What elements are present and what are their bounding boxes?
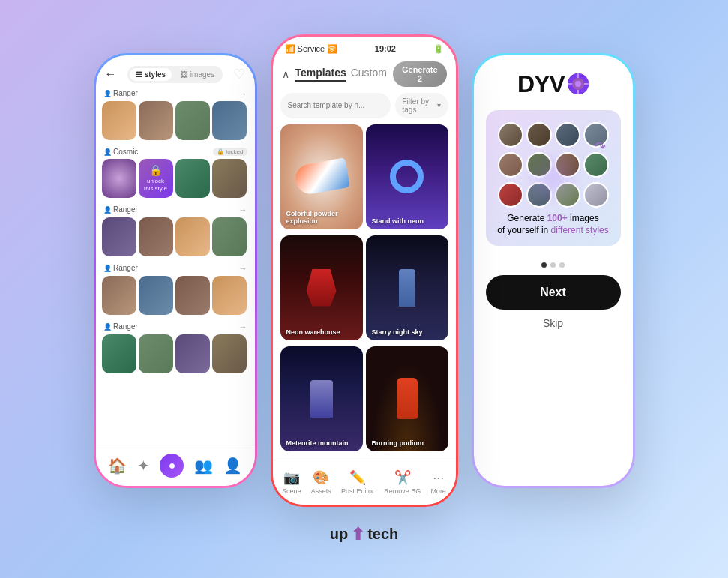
style-img-2-4[interactable] <box>212 159 247 198</box>
skip-button[interactable]: Skip <box>543 317 563 329</box>
left-phone: ← ☰ styles 🖼 images ♡ Ranger → <box>94 53 257 488</box>
card-content-5 <box>280 346 363 451</box>
left-bottom-nav: 🏠 ✦ ● 👥 👤 <box>96 445 255 486</box>
nav-post-editor[interactable]: ✏️ Post Editor <box>341 469 374 495</box>
dyvo-logo: DYV <box>517 70 589 98</box>
filter-chevron-icon: ▾ <box>437 101 441 109</box>
heart-icon[interactable]: ♡ <box>233 66 245 82</box>
style-img-5-3[interactable] <box>175 334 210 373</box>
style-img-1-1[interactable] <box>102 101 136 140</box>
style-img-1-2[interactable] <box>139 101 173 140</box>
style-img-3-4[interactable] <box>212 217 247 256</box>
dot-2 <box>550 262 556 268</box>
template-card-2[interactable]: Stand with neon <box>366 124 448 229</box>
nav-remove-bg[interactable]: ✂️ Remove BG <box>384 469 421 495</box>
style-img-3-1[interactable] <box>102 217 136 256</box>
style-img-4-3[interactable] <box>175 276 210 315</box>
sneaker-shape <box>293 157 350 196</box>
card-content-3 <box>280 235 363 340</box>
brand-footer: up ⬆ tech <box>330 525 399 544</box>
template-card-1[interactable]: Colorful powder explosion <box>280 124 363 229</box>
search-input[interactable] <box>280 93 391 118</box>
style-img-4-2[interactable] <box>139 276 173 315</box>
style-row-header-5: Ranger → <box>102 321 249 334</box>
mid-phone: 📶 Service 🛜 19:02 🔋 ∧ Templates Custom G… <box>271 34 458 507</box>
battery-status: 🔋 <box>433 44 444 54</box>
nav-sparkle-icon[interactable]: ✦ <box>137 457 150 475</box>
left-scroll-content: Ranger → Cosmic 🔒 locked <box>96 88 255 448</box>
row-arrow-3[interactable]: → <box>239 205 247 214</box>
card-bg-5 <box>280 346 363 451</box>
style-img-5-2[interactable] <box>139 334 173 373</box>
dot-1 <box>541 262 547 268</box>
avatar-3 <box>555 122 580 148</box>
nav-home-icon[interactable]: 🏠 <box>108 457 127 475</box>
card-bg-3 <box>280 235 363 340</box>
style-img-5-4[interactable] <box>212 334 247 373</box>
back-arrow-icon[interactable]: ← <box>105 67 117 81</box>
row-arrow-4[interactable]: → <box>239 264 247 273</box>
nav-scene[interactable]: 📷 Scene <box>282 469 301 495</box>
nav-user-icon[interactable]: 👤 <box>223 457 242 475</box>
tab-images[interactable]: 🖼 images <box>175 68 220 81</box>
mid-bottom-nav: 📷 Scene 🎨 Assets ✏️ Post Editor ✂️ Remov… <box>273 460 456 505</box>
headphones-shape <box>390 160 424 193</box>
template-card-4[interactable]: Starry night sky <box>366 235 448 340</box>
search-filter-row: Filter by tags ▾ <box>273 93 456 124</box>
style-row-5: Ranger → <box>102 321 249 373</box>
style-img-1-3[interactable] <box>175 101 210 140</box>
card-label-4: Starry night sky <box>372 328 423 336</box>
style-img-3-3[interactable] <box>175 217 210 256</box>
avatar-10 <box>526 182 552 208</box>
style-img-2-1[interactable] <box>102 159 136 198</box>
brand-arrow-icon: ⬆ <box>351 525 364 544</box>
template-card-6[interactable]: Burning podium <box>366 346 448 451</box>
style-img-unlock[interactable]: 🔒 unlock this style <box>139 159 173 198</box>
style-images-1 <box>102 101 249 140</box>
style-row-1: Ranger → <box>102 88 249 140</box>
style-images-4 <box>102 276 249 315</box>
chevron-up-icon[interactable]: ∧ <box>282 68 289 80</box>
next-button[interactable]: Next <box>486 275 621 310</box>
style-img-4-1[interactable] <box>102 276 136 315</box>
perfume-shape <box>399 269 415 307</box>
card-bg-2 <box>366 124 448 229</box>
tagline-prefix: Generate <box>507 213 547 223</box>
style-row-header-4: Ranger → <box>102 262 249 276</box>
nav-highlight-icon[interactable]: ● <box>160 454 184 478</box>
style-img-1-4[interactable] <box>212 101 247 140</box>
style-row-3: Ranger → <box>102 204 249 256</box>
style-img-4-4[interactable] <box>212 276 247 315</box>
template-grid: Colorful powder explosion Stand with neo… <box>273 124 456 454</box>
style-row-4: Ranger → <box>102 262 249 315</box>
nav-group-icon[interactable]: 👥 <box>194 457 213 475</box>
avatars-row-2 <box>495 152 612 178</box>
avatar-8 <box>583 152 609 178</box>
card-content-4 <box>366 235 448 340</box>
card-label-6: Burning podium <box>372 439 424 447</box>
style-row-2: Cosmic 🔒 locked 🔒 unlock this style <box>102 146 249 198</box>
tab-styles[interactable]: ☰ styles <box>130 68 172 81</box>
generate-tagline: Generate 100+ imagesof yourself in diffe… <box>495 212 612 238</box>
generate-button[interactable]: Generate 2 <box>393 61 447 87</box>
template-card-3[interactable]: Neon warehouse <box>280 235 363 340</box>
post-editor-label: Post Editor <box>341 487 374 495</box>
row-arrow-5[interactable]: → <box>239 322 247 331</box>
row-arrow-1[interactable]: → <box>239 89 247 98</box>
style-img-5-1[interactable] <box>102 334 136 373</box>
tab-custom[interactable]: Custom <box>351 67 387 82</box>
filter-dropdown[interactable]: Filter by tags ▾ <box>395 93 448 118</box>
nav-more[interactable]: ··· More <box>430 470 446 495</box>
style-img-3-2[interactable] <box>139 217 173 256</box>
tab-templates[interactable]: Templates <box>295 67 346 82</box>
avatar-5 <box>498 152 523 178</box>
avatar-9 <box>498 182 523 208</box>
card-label-1: Colorful powder explosion <box>286 210 363 225</box>
style-img-2-3[interactable] <box>175 159 210 198</box>
card-bg-4 <box>366 235 448 340</box>
more-label: More <box>430 487 446 495</box>
tagline-count: 100+ <box>547 213 568 223</box>
template-card-5[interactable]: Meteorite mountain <box>280 346 363 451</box>
nav-assets[interactable]: 🎨 Assets <box>311 469 331 495</box>
dyvo-star-icon <box>568 73 589 94</box>
